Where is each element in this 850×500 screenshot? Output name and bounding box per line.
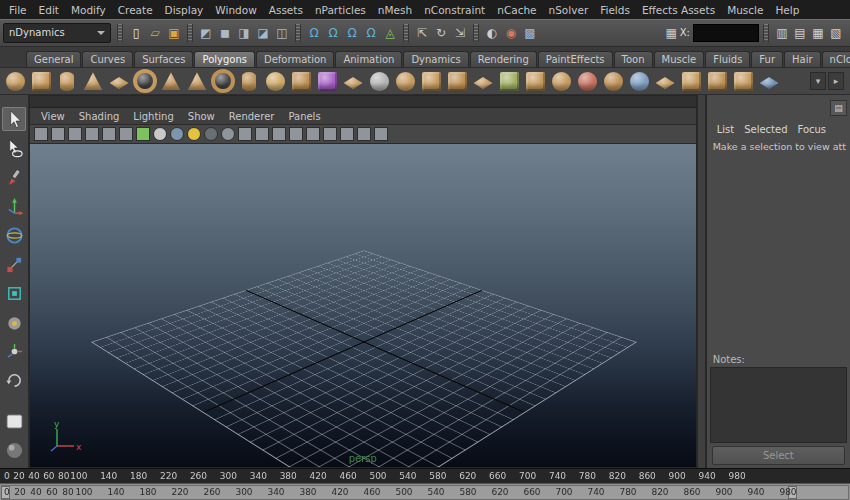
show-attribute-editor-icon[interactable]: ▥ (773, 24, 791, 42)
menu-file[interactable]: File (3, 2, 33, 18)
lighting-icon[interactable] (187, 127, 201, 141)
menu-nsolver[interactable]: nSolver (543, 2, 595, 18)
gate-mask-icon[interactable] (357, 127, 371, 141)
show-layer-editor-icon[interactable]: ▧ (827, 24, 845, 42)
extrude-icon[interactable] (418, 69, 444, 93)
attr-menu-focus[interactable]: Focus (794, 124, 831, 135)
boolean-intersection-icon[interactable] (600, 69, 626, 93)
menu-effects-assets[interactable]: Effects Assets (636, 2, 721, 18)
poly-prism-icon[interactable] (158, 69, 184, 93)
open-scene-icon[interactable]: ▱ (146, 24, 164, 42)
attr-menu-list[interactable]: List (713, 124, 738, 135)
poly-cylinder-icon[interactable] (54, 69, 80, 93)
poly-soccer-ball-icon[interactable] (262, 69, 288, 93)
shelf-tab-toon[interactable]: Toon (614, 51, 653, 67)
time-slider-ruler[interactable]: 0204060801001401802202603003403804204605… (0, 468, 850, 483)
menu-muscle[interactable]: Muscle (721, 2, 769, 18)
render-settings-icon[interactable]: ▩ (521, 24, 539, 42)
viewport-canvas[interactable]: y x persp (30, 144, 696, 467)
poly-cube-icon[interactable] (28, 69, 54, 93)
move-tool[interactable] (2, 194, 26, 218)
snap-to-view-plane-icon[interactable]: Ω (362, 24, 380, 42)
select-object-icon[interactable]: ◼ (216, 24, 234, 42)
smooth-icon[interactable] (392, 69, 418, 93)
make-live-icon[interactable]: ◬ (381, 24, 399, 42)
panel-menu-show[interactable]: Show (181, 110, 222, 123)
create-polygon-tool-icon[interactable] (340, 69, 366, 93)
menu-of-shelves-icon[interactable]: ▾ (810, 72, 826, 90)
menu-create[interactable]: Create (112, 2, 159, 18)
shelf-editor-icon[interactable]: ▸ (828, 72, 844, 90)
render-current-frame-icon[interactable]: ◐ (483, 24, 501, 42)
xray-icon[interactable] (306, 127, 320, 141)
soft-modification-tool[interactable] (2, 310, 26, 334)
menu-help[interactable]: Help (769, 2, 805, 18)
panel-menu-renderer[interactable]: Renderer (222, 110, 282, 123)
poly-torus-icon[interactable] (132, 69, 158, 93)
select-tool[interactable] (2, 107, 26, 131)
snap-to-grid-icon[interactable]: Ω (305, 24, 323, 42)
panel-menu-lighting[interactable]: Lighting (126, 110, 180, 123)
range-slider[interactable]: 0204060801001401802202603003403804204605… (0, 483, 850, 500)
boolean-difference-icon[interactable] (574, 69, 600, 93)
shelf-tab-surfaces[interactable]: Surfaces (134, 51, 193, 67)
shadows-icon[interactable] (204, 127, 218, 141)
shelf-tab-ncloth[interactable]: nCloth (822, 51, 850, 67)
menu-nconstraint[interactable]: nConstraint (418, 2, 491, 18)
separator-grip[interactable] (117, 24, 123, 42)
shelf-tab-curves[interactable]: Curves (82, 51, 133, 67)
shelf-tab-general[interactable]: General (26, 51, 81, 67)
snap-to-curve-icon[interactable]: Ω (324, 24, 342, 42)
poly-pyramid-icon[interactable] (184, 69, 210, 93)
separator-grip[interactable] (763, 24, 769, 42)
poly-platonic-solids-icon[interactable] (288, 69, 314, 93)
delete-edge-icon[interactable] (704, 69, 730, 93)
save-scene-icon[interactable]: ▣ (165, 24, 183, 42)
menu-set-selector[interactable]: nDynamics (3, 23, 111, 43)
wireframe-icon[interactable] (136, 127, 150, 141)
attr-menu-selected[interactable]: Selected (740, 124, 791, 135)
menu-ncache[interactable]: nCache (491, 2, 542, 18)
shelf-tab-rendering[interactable]: Rendering (470, 51, 537, 67)
new-scene-icon[interactable]: ▯ (127, 24, 145, 42)
exposure-icon[interactable] (323, 127, 337, 141)
menu-nparticles[interactable]: nParticles (309, 2, 372, 18)
select-camera-icon[interactable] (34, 127, 48, 141)
coordinate-input[interactable] (693, 24, 759, 42)
shelf-tab-dynamics[interactable]: Dynamics (403, 51, 468, 67)
menu-display[interactable]: Display (159, 2, 210, 18)
menu-window[interactable]: Window (209, 2, 262, 18)
construction-history-icon[interactable]: ↻ (432, 24, 450, 42)
single-pane-layout-button[interactable] (2, 409, 26, 433)
lock-camera-icon[interactable] (51, 127, 65, 141)
notes-field[interactable] (710, 367, 847, 443)
panel-menu-icon[interactable]: ▤ (830, 100, 847, 116)
motion-blur-icon[interactable] (238, 127, 252, 141)
select-hierarchy-icon[interactable]: ◩ (197, 24, 215, 42)
menu-nmesh[interactable]: nMesh (372, 2, 418, 18)
select-by-type-icon[interactable]: ◪ (254, 24, 272, 42)
2d-pan-zoom-icon[interactable] (119, 127, 133, 141)
bevel-icon[interactable] (444, 69, 470, 93)
separator-grip[interactable] (473, 24, 479, 42)
show-manipulator-tool[interactable] (2, 339, 26, 363)
combine-icon[interactable] (496, 69, 522, 93)
shelf-tab-deformation[interactable]: Deformation (256, 51, 334, 67)
pane-divider[interactable] (697, 95, 706, 468)
gamma-icon[interactable] (340, 127, 354, 141)
shelf-tab-painteffects[interactable]: PaintEffects (538, 51, 613, 67)
menu-modify[interactable]: Modify (65, 2, 112, 18)
scale-tool[interactable] (2, 252, 26, 276)
rotate-tool[interactable] (2, 223, 26, 247)
paint-select-tool[interactable] (2, 165, 26, 189)
shelf-tab-polygons[interactable]: Polygons (194, 51, 255, 67)
select-component-icon[interactable]: ◨ (235, 24, 253, 42)
poly-text-icon[interactable] (314, 69, 340, 93)
last-tool-used[interactable] (2, 368, 26, 392)
poly-plane-icon[interactable] (106, 69, 132, 93)
ipr-render-icon[interactable]: ◉ (502, 24, 520, 42)
shelf-tab-muscle[interactable]: Muscle (654, 51, 705, 67)
shelf-tab-animation[interactable]: Animation (335, 51, 402, 67)
input-to-selected-icon[interactable]: ⇱ (413, 24, 431, 42)
sculpt-geometry-icon[interactable] (366, 69, 392, 93)
